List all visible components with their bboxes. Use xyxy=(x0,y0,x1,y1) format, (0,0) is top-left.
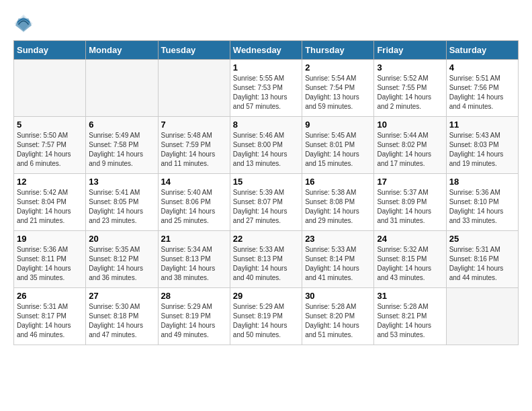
day-header-friday: Friday xyxy=(374,41,446,60)
calendar-cell: 6Sunrise: 5:49 AMSunset: 7:58 PMDaylight… xyxy=(86,117,158,174)
day-info: Sunrise: 5:49 AMSunset: 7:58 PMDaylight:… xyxy=(89,131,154,169)
calendar-header-row: SundayMondayTuesdayWednesdayThursdayFrid… xyxy=(14,41,519,60)
day-info: Sunrise: 5:52 AMSunset: 7:55 PMDaylight:… xyxy=(377,74,443,111)
calendar-cell: 5Sunrise: 5:50 AMSunset: 7:57 PMDaylight… xyxy=(14,117,86,174)
day-info: Sunrise: 5:43 AMSunset: 8:03 PMDaylight:… xyxy=(449,131,515,169)
day-number: 7 xyxy=(161,120,227,130)
day-header-sunday: Sunday xyxy=(14,41,86,60)
day-info: Sunrise: 5:36 AMSunset: 8:11 PMDaylight:… xyxy=(17,245,83,283)
calendar-cell: 28Sunrise: 5:29 AMSunset: 8:19 PMDayligh… xyxy=(158,288,230,345)
calendar-cell: 1Sunrise: 5:55 AMSunset: 7:53 PMDaylight… xyxy=(230,60,302,117)
day-info: Sunrise: 5:50 AMSunset: 7:57 PMDaylight:… xyxy=(17,131,83,169)
day-number: 24 xyxy=(377,234,443,244)
calendar-cell xyxy=(446,288,518,345)
day-info: Sunrise: 5:55 AMSunset: 7:53 PMDaylight:… xyxy=(233,74,299,111)
day-number: 8 xyxy=(233,120,299,130)
calendar-cell: 11Sunrise: 5:43 AMSunset: 8:03 PMDayligh… xyxy=(446,117,518,174)
day-info: Sunrise: 5:28 AMSunset: 8:21 PMDaylight:… xyxy=(377,302,443,340)
day-info: Sunrise: 5:42 AMSunset: 8:04 PMDaylight:… xyxy=(17,188,83,226)
day-info: Sunrise: 5:40 AMSunset: 8:06 PMDaylight:… xyxy=(161,188,227,226)
day-number: 1 xyxy=(233,62,299,73)
day-info: Sunrise: 5:28 AMSunset: 8:20 PMDaylight:… xyxy=(305,302,371,340)
calendar-cell: 17Sunrise: 5:37 AMSunset: 8:09 PMDayligh… xyxy=(374,174,446,231)
day-number: 17 xyxy=(377,177,443,187)
calendar-cell: 24Sunrise: 5:32 AMSunset: 8:15 PMDayligh… xyxy=(374,231,446,288)
day-info: Sunrise: 5:39 AMSunset: 8:07 PMDaylight:… xyxy=(233,188,299,226)
day-header-tuesday: Tuesday xyxy=(158,41,230,60)
calendar-cell: 15Sunrise: 5:39 AMSunset: 8:07 PMDayligh… xyxy=(230,174,302,231)
calendar-cell: 3Sunrise: 5:52 AMSunset: 7:55 PMDaylight… xyxy=(374,60,446,117)
page-header xyxy=(13,13,519,34)
logo-icon xyxy=(13,13,34,34)
logo xyxy=(13,13,36,34)
day-header-saturday: Saturday xyxy=(446,41,518,60)
day-info: Sunrise: 5:32 AMSunset: 8:15 PMDaylight:… xyxy=(377,245,443,283)
day-number: 30 xyxy=(305,291,371,301)
day-info: Sunrise: 5:29 AMSunset: 8:19 PMDaylight:… xyxy=(233,302,299,340)
day-number: 27 xyxy=(89,291,154,301)
day-number: 5 xyxy=(17,120,83,130)
day-number: 15 xyxy=(233,177,299,187)
calendar-table: SundayMondayTuesdayWednesdayThursdayFrid… xyxy=(13,40,519,345)
calendar-cell: 30Sunrise: 5:28 AMSunset: 8:20 PMDayligh… xyxy=(302,288,374,345)
calendar-cell xyxy=(14,60,86,117)
day-header-thursday: Thursday xyxy=(302,41,374,60)
calendar-cell: 16Sunrise: 5:38 AMSunset: 8:08 PMDayligh… xyxy=(302,174,374,231)
calendar-cell: 8Sunrise: 5:46 AMSunset: 8:00 PMDaylight… xyxy=(230,117,302,174)
svg-marker-2 xyxy=(15,19,32,32)
calendar-cell: 22Sunrise: 5:33 AMSunset: 8:13 PMDayligh… xyxy=(230,231,302,288)
day-number: 10 xyxy=(377,120,443,130)
day-number: 12 xyxy=(17,177,83,187)
calendar-cell: 7Sunrise: 5:48 AMSunset: 7:59 PMDaylight… xyxy=(158,117,230,174)
day-info: Sunrise: 5:34 AMSunset: 8:13 PMDaylight:… xyxy=(161,245,227,283)
day-number: 4 xyxy=(449,62,515,73)
calendar-cell: 2Sunrise: 5:54 AMSunset: 7:54 PMDaylight… xyxy=(302,60,374,117)
day-info: Sunrise: 5:41 AMSunset: 8:05 PMDaylight:… xyxy=(89,188,154,226)
calendar-cell xyxy=(158,60,230,117)
calendar-cell: 19Sunrise: 5:36 AMSunset: 8:11 PMDayligh… xyxy=(14,231,86,288)
calendar-cell: 23Sunrise: 5:33 AMSunset: 8:14 PMDayligh… xyxy=(302,231,374,288)
day-number: 29 xyxy=(233,291,299,301)
day-number: 3 xyxy=(377,62,443,73)
calendar-cell xyxy=(86,60,158,117)
day-number: 25 xyxy=(449,234,515,244)
calendar-cell: 27Sunrise: 5:30 AMSunset: 8:18 PMDayligh… xyxy=(86,288,158,345)
day-number: 6 xyxy=(89,120,154,130)
day-info: Sunrise: 5:31 AMSunset: 8:16 PMDaylight:… xyxy=(449,245,515,283)
day-info: Sunrise: 5:33 AMSunset: 8:13 PMDaylight:… xyxy=(233,245,299,283)
day-number: 14 xyxy=(161,177,227,187)
day-info: Sunrise: 5:36 AMSunset: 8:10 PMDaylight:… xyxy=(449,188,515,226)
calendar-week-1: 1Sunrise: 5:55 AMSunset: 7:53 PMDaylight… xyxy=(14,60,519,117)
calendar-cell: 20Sunrise: 5:35 AMSunset: 8:12 PMDayligh… xyxy=(86,231,158,288)
day-number: 13 xyxy=(89,177,154,187)
day-number: 19 xyxy=(17,234,83,244)
day-info: Sunrise: 5:45 AMSunset: 8:01 PMDaylight:… xyxy=(305,131,371,169)
day-info: Sunrise: 5:46 AMSunset: 8:00 PMDaylight:… xyxy=(233,131,299,169)
calendar-cell: 14Sunrise: 5:40 AMSunset: 8:06 PMDayligh… xyxy=(158,174,230,231)
calendar-cell: 4Sunrise: 5:51 AMSunset: 7:56 PMDaylight… xyxy=(446,60,518,117)
day-number: 2 xyxy=(305,62,371,73)
day-info: Sunrise: 5:44 AMSunset: 8:02 PMDaylight:… xyxy=(377,131,443,169)
day-info: Sunrise: 5:54 AMSunset: 7:54 PMDaylight:… xyxy=(305,74,371,111)
calendar-week-4: 19Sunrise: 5:36 AMSunset: 8:11 PMDayligh… xyxy=(14,231,519,288)
calendar-week-5: 26Sunrise: 5:31 AMSunset: 8:17 PMDayligh… xyxy=(14,288,519,345)
day-number: 26 xyxy=(17,291,83,301)
day-info: Sunrise: 5:29 AMSunset: 8:19 PMDaylight:… xyxy=(161,302,227,340)
day-number: 28 xyxy=(161,291,227,301)
day-info: Sunrise: 5:35 AMSunset: 8:12 PMDaylight:… xyxy=(89,245,154,283)
calendar-cell: 13Sunrise: 5:41 AMSunset: 8:05 PMDayligh… xyxy=(86,174,158,231)
calendar-cell: 18Sunrise: 5:36 AMSunset: 8:10 PMDayligh… xyxy=(446,174,518,231)
day-number: 21 xyxy=(161,234,227,244)
day-info: Sunrise: 5:38 AMSunset: 8:08 PMDaylight:… xyxy=(305,188,371,226)
day-header-wednesday: Wednesday xyxy=(230,41,302,60)
day-info: Sunrise: 5:33 AMSunset: 8:14 PMDaylight:… xyxy=(305,245,371,283)
calendar-cell: 25Sunrise: 5:31 AMSunset: 8:16 PMDayligh… xyxy=(446,231,518,288)
calendar-week-3: 12Sunrise: 5:42 AMSunset: 8:04 PMDayligh… xyxy=(14,174,519,231)
day-number: 20 xyxy=(89,234,154,244)
day-number: 18 xyxy=(449,177,515,187)
day-info: Sunrise: 5:51 AMSunset: 7:56 PMDaylight:… xyxy=(449,74,515,111)
calendar-cell: 26Sunrise: 5:31 AMSunset: 8:17 PMDayligh… xyxy=(14,288,86,345)
day-number: 22 xyxy=(233,234,299,244)
calendar-cell: 29Sunrise: 5:29 AMSunset: 8:19 PMDayligh… xyxy=(230,288,302,345)
day-number: 23 xyxy=(305,234,371,244)
